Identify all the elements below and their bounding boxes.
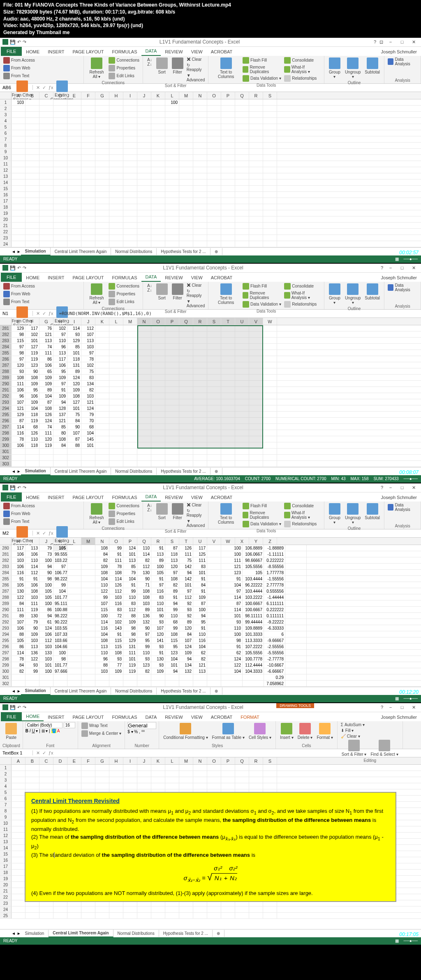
cell[interactable]: 130	[151, 656, 165, 662]
cell[interactable]	[81, 198, 95, 204]
cell[interactable]	[109, 350, 123, 356]
row-header[interactable]: 295	[0, 637, 12, 643]
row-header[interactable]: 294	[0, 405, 12, 411]
cell[interactable]	[123, 681, 137, 686]
cell[interactable]	[179, 130, 193, 136]
cell[interactable]: 109	[25, 381, 39, 386]
page-layout-tab[interactable]: PAGE LAYOUT	[68, 48, 108, 56]
col-header-L[interactable]: L	[165, 92, 179, 99]
cell[interactable]	[235, 771, 249, 777]
name-box[interactable]: M2	[0, 531, 33, 536]
cell[interactable]: 106	[12, 442, 25, 448]
cell[interactable]	[25, 192, 39, 198]
cell[interactable]	[67, 130, 81, 136]
cell[interactable]	[179, 186, 193, 191]
cell[interactable]	[165, 375, 179, 380]
cell[interactable]	[285, 545, 307, 551]
cell[interactable]: 107	[81, 331, 95, 337]
cell[interactable]: 91	[109, 631, 123, 637]
cell[interactable]: 114	[12, 650, 25, 656]
fx-icon[interactable]: ƒx	[49, 311, 53, 316]
cell[interactable]: 82	[81, 387, 95, 393]
cell[interactable]	[137, 325, 151, 331]
cell[interactable]	[81, 167, 95, 173]
cell[interactable]	[249, 906, 263, 912]
cell[interactable]	[249, 155, 263, 161]
data-validation-button[interactable]: Data Validation ▾	[242, 520, 282, 528]
col-header-U[interactable]: U	[193, 538, 207, 545]
cell[interactable]: 131	[123, 644, 137, 649]
cell[interactable]	[165, 204, 179, 210]
cell[interactable]: 90	[137, 625, 151, 631]
cell[interactable]	[53, 186, 67, 191]
col-header-P[interactable]: P	[221, 92, 235, 99]
cell[interactable]	[25, 777, 39, 783]
cell[interactable]	[221, 229, 235, 235]
cell[interactable]: 103.2222	[243, 594, 264, 600]
cell[interactable]	[221, 325, 235, 331]
cell[interactable]	[137, 765, 151, 771]
cell[interactable]	[137, 331, 151, 337]
cell[interactable]	[81, 229, 95, 235]
cell[interactable]	[81, 130, 95, 136]
row-header[interactable]: 286	[0, 356, 12, 362]
subtotal-button[interactable]: Subtotal	[363, 57, 382, 75]
col-header-X[interactable]: X	[235, 538, 249, 545]
cell[interactable]	[95, 235, 109, 241]
cell[interactable]	[285, 668, 307, 674]
cell[interactable]: 142	[179, 576, 193, 582]
cell[interactable]: 116	[109, 600, 123, 606]
cell[interactable]	[193, 124, 207, 130]
cell[interactable]	[151, 765, 165, 771]
row-header[interactable]: 280	[0, 545, 12, 551]
cell[interactable]	[207, 167, 221, 173]
cell[interactable]: 93	[151, 662, 165, 668]
maximize-button[interactable]: □	[398, 264, 406, 271]
cell[interactable]	[221, 130, 235, 136]
cell[interactable]	[109, 210, 123, 216]
cell[interactable]	[249, 130, 263, 136]
view-normal-icon[interactable]: ▦	[395, 257, 399, 261]
cell[interactable]	[123, 906, 137, 912]
cell[interactable]: 111	[12, 381, 25, 386]
cell[interactable]	[123, 461, 137, 467]
cell[interactable]	[263, 338, 277, 343]
cell[interactable]	[193, 381, 207, 386]
cell[interactable]	[263, 765, 277, 771]
cell[interactable]	[95, 173, 109, 179]
user-name[interactable]: Joseph Schmuller	[377, 493, 421, 502]
cell[interactable]	[81, 650, 95, 656]
cell[interactable]	[67, 210, 81, 216]
cell[interactable]	[249, 331, 263, 337]
cell[interactable]: 95	[53, 368, 67, 374]
cell[interactable]: 129	[12, 325, 25, 331]
cell[interactable]	[249, 393, 263, 399]
cell[interactable]: 101	[221, 613, 243, 619]
cell[interactable]: 105	[53, 545, 67, 551]
cell[interactable]	[263, 375, 277, 380]
cell[interactable]	[221, 149, 235, 154]
find-select-button[interactable]: Find & Select ▾	[369, 739, 400, 757]
cell[interactable]	[95, 368, 109, 374]
sheet-simulation[interactable]: Simulation	[21, 687, 51, 695]
cell[interactable]	[109, 442, 123, 448]
cell[interactable]	[193, 331, 207, 337]
cell[interactable]	[179, 173, 193, 179]
cell[interactable]	[179, 461, 193, 467]
cell[interactable]	[109, 241, 123, 247]
minimize-button[interactable]: −	[386, 704, 395, 711]
cell[interactable]	[109, 136, 123, 142]
cell[interactable]	[263, 777, 277, 783]
row-header[interactable]: 289	[0, 375, 12, 380]
row-header[interactable]: 303	[0, 461, 12, 467]
cell[interactable]	[179, 783, 193, 789]
cell[interactable]	[193, 375, 207, 380]
flash-fill-button[interactable]: Flash Fill	[242, 57, 282, 64]
cell[interactable]	[165, 412, 179, 417]
cell[interactable]	[151, 241, 165, 247]
cell[interactable]	[263, 161, 277, 167]
cell[interactable]	[137, 418, 151, 423]
cell[interactable]: 119	[25, 356, 39, 362]
cell[interactable]	[95, 424, 109, 430]
row-header[interactable]: 24	[0, 241, 12, 247]
